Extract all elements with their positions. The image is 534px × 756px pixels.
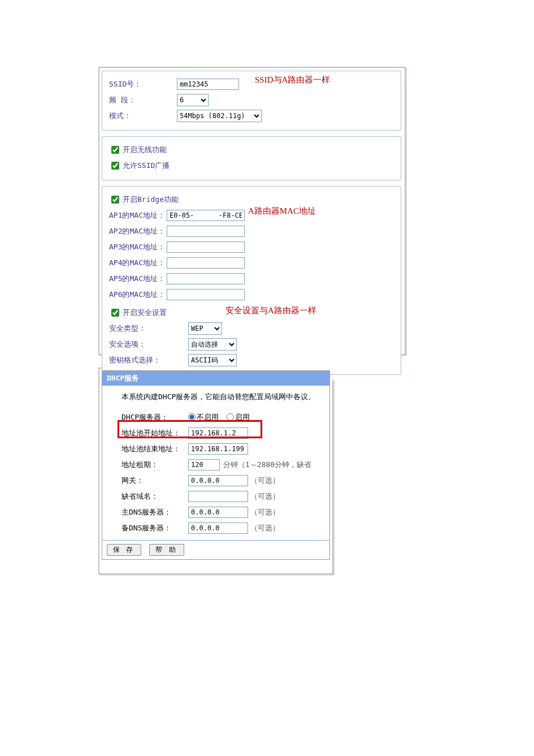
enable-wireless-label: 开启无线功能	[123, 145, 167, 155]
ap4-mac-label: AP4的MAC地址：	[109, 258, 167, 268]
help-button[interactable]: 帮 助	[149, 544, 184, 556]
ap2-mac-input[interactable]	[167, 226, 245, 237]
dhcp-description: 本系统内建DHCP服务器，它能自动替您配置局域网中各议。	[121, 391, 324, 403]
dhcp-enable-radio[interactable]	[227, 413, 234, 421]
gateway-optional: （可选）	[250, 476, 280, 486]
security-type-select[interactable]: WEP	[188, 322, 222, 335]
dhcp-enable-label: 启用	[235, 412, 250, 422]
dhcp-server-row: DHCP服务器： 不启用 启用	[121, 410, 324, 425]
dhcp-disable-radio[interactable]	[188, 413, 196, 421]
ap4-mac-input[interactable]	[167, 257, 245, 269]
lease-input[interactable]	[188, 459, 220, 470]
domain-label: 缺省域名：	[121, 491, 188, 502]
dns1-label: 主DNS服务器：	[121, 507, 188, 517]
ssid-label: SSID号：	[109, 79, 177, 89]
annotation-mac: A路由器MAC地址	[248, 206, 316, 217]
gateway-label: 网关：	[121, 476, 188, 486]
enable-security-label: 开启安全设置	[123, 308, 167, 318]
enable-security-checkbox[interactable]	[111, 309, 119, 317]
ssid-input[interactable]	[177, 79, 239, 90]
save-button[interactable]: 保 存	[107, 544, 141, 556]
ap5-mac-label: AP5的MAC地址：	[109, 274, 167, 284]
dns1-optional: （可选）	[250, 507, 280, 517]
ap5-mac-input[interactable]	[167, 273, 245, 284]
ssid-row: SSID号：	[109, 77, 394, 92]
dhcp-panel: DHCP服务 本系统内建DHCP服务器，它能自动替您配置局域网中各议。 DHCP…	[102, 370, 330, 560]
pool-end-input[interactable]	[188, 443, 248, 455]
ap2-mac-label: AP2的MAC地址：	[109, 226, 167, 236]
ap3-mac-label: AP3的MAC地址：	[109, 242, 167, 252]
dns2-input[interactable]	[188, 522, 248, 534]
ap1-mac-input[interactable]	[167, 210, 245, 221]
channel-label: 频 段：	[109, 95, 177, 105]
ap6-mac-input[interactable]	[167, 289, 245, 300]
dns2-label: 备DNS服务器：	[121, 523, 188, 533]
gateway-input[interactable]	[188, 475, 248, 486]
security-type-label: 安全类型：	[109, 323, 188, 334]
dhcp-server-label: DHCP服务器：	[121, 412, 188, 422]
dhcp-header: DHCP服务	[102, 371, 329, 386]
ap3-mac-input[interactable]	[167, 241, 245, 253]
pool-start-input[interactable]	[188, 427, 248, 439]
key-format-select[interactable]: ASCII码	[188, 354, 237, 366]
key-format-label: 密钥格式选择：	[109, 355, 188, 365]
enable-bridge-label: 开启Bridge功能	[123, 195, 179, 205]
allow-ssid-broadcast-checkbox[interactable]	[111, 162, 119, 170]
allow-ssid-broadcast-label: 允许SSID广播	[123, 161, 170, 171]
ap1-mac-label: AP1的MAC地址：	[109, 210, 167, 221]
channel-row: 频 段： 6	[109, 93, 394, 107]
security-option-select[interactable]: 自动选择	[188, 338, 237, 351]
annotation-ssid: SSID与A路由器一样	[255, 75, 330, 85]
pool-start-label: 地址池开始地址：	[121, 428, 188, 438]
bridge-security-group: 开启Bridge功能 AP1的MAC地址： AP2的MAC地址： AP3的MAC…	[102, 186, 401, 375]
channel-select[interactable]: 6	[177, 94, 209, 106]
dhcp-disable-label: 不启用	[197, 412, 219, 422]
lease-hint: 分钟（1～2880分钟，缺省	[223, 460, 311, 470]
wireless-enable-group: 开启无线功能 允许SSID广播	[102, 136, 401, 180]
mode-row: 模式： 54Mbps (802.11g)	[109, 109, 394, 123]
domain-optional: （可选）	[250, 491, 280, 502]
security-option-label: 安全选项：	[109, 339, 188, 349]
pool-end-label: 地址池结束地址：	[121, 444, 188, 454]
ap6-mac-label: AP6的MAC地址：	[109, 290, 167, 300]
mode-select[interactable]: 54Mbps (802.11g)	[177, 110, 262, 122]
dns1-input[interactable]	[188, 507, 248, 518]
wireless-basic-group: SSID号： 频 段： 6 模式： 54Mbps (802.11g) SSID与…	[102, 71, 401, 131]
lease-label: 地址租期：	[121, 460, 188, 470]
dns2-optional: （可选）	[250, 523, 280, 533]
domain-input[interactable]	[188, 491, 248, 502]
annotation-security: 安全设置与A路由器一样	[225, 305, 316, 316]
mode-label: 模式：	[109, 111, 177, 121]
enable-bridge-checkbox[interactable]	[111, 196, 119, 204]
enable-wireless-checkbox[interactable]	[111, 146, 119, 154]
